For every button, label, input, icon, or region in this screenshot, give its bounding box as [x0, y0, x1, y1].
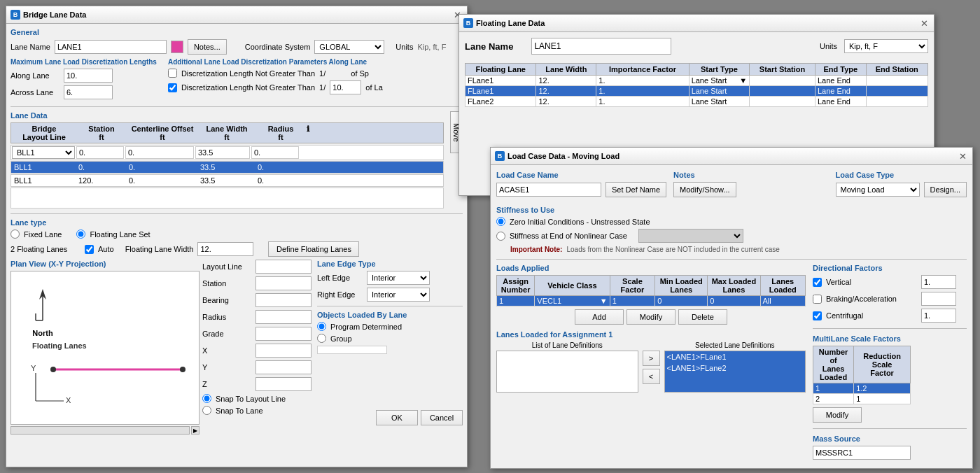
mass-source-input[interactable] [813, 446, 911, 460]
braking-checkbox[interactable] [813, 295, 822, 304]
group-radio[interactable] [317, 334, 326, 343]
bll-dropdown[interactable]: BLL1 [12, 146, 75, 159]
floating-lane-table: Floating Lane Lane Width Importance Fact… [465, 63, 928, 107]
along-lane-input[interactable] [64, 69, 113, 83]
centrifugal-checkbox[interactable] [813, 311, 822, 320]
lane-data-row-selected[interactable]: BLL1 0. 0. 33.5 0. [10, 161, 444, 174]
bridge-lane-titlebar[interactable]: B Bridge Lane Data ✕ [6, 6, 467, 24]
row0-offset[interactable] [125, 146, 194, 159]
floating-lane-titlebar[interactable]: B Floating Lane Data ✕ [459, 15, 934, 32]
transfer-button[interactable]: > [643, 351, 660, 366]
bearing-prop-input[interactable] [255, 293, 312, 307]
bl-ok-button[interactable]: OK [376, 410, 418, 425]
svg-text:Y: Y [31, 364, 36, 372]
fl-row-2[interactable]: FLane2 12. 1. Lane Start Lane End [465, 97, 928, 107]
left-edge-select[interactable]: Interior [367, 271, 430, 285]
prog-determined-radio[interactable] [317, 322, 326, 331]
fl-lane-name-input[interactable] [531, 38, 671, 55]
braking-value[interactable] [921, 292, 956, 306]
right-edge-select[interactable]: Interior [367, 288, 430, 302]
selected-lane-2: <LANE1>FLane2 [665, 362, 806, 374]
ml-row-0[interactable]: 1 1.2 [813, 383, 911, 394]
check1[interactable] [168, 69, 177, 78]
station-prop-input[interactable] [255, 276, 312, 290]
left-edge-label: Left Edge [317, 274, 363, 282]
set-def-name-button[interactable]: Set Def Name [606, 182, 666, 197]
th-scale-factor: Scale Factor [610, 276, 654, 296]
grade-prop-input[interactable] [255, 327, 312, 341]
bridge-lane-title: Bridge Lane Data [23, 10, 449, 19]
color-picker[interactable] [171, 41, 183, 53]
load-case-titlebar[interactable]: B Load Case Data - Moving Load ✕ [491, 148, 972, 165]
y-prop-label: Y [202, 363, 251, 372]
check2-input[interactable] [330, 80, 361, 94]
lane-name-input[interactable] [55, 40, 167, 54]
modify-show-button[interactable]: Modify/Show... [673, 182, 736, 197]
modify-load-button[interactable]: Modify [626, 309, 676, 325]
loads-applied-label: Loads Applied [496, 264, 806, 272]
check2[interactable] [168, 83, 177, 92]
notes-button[interactable]: Notes... [188, 39, 227, 55]
row0-station[interactable] [76, 146, 124, 159]
th-lane-width: Lane Width [536, 64, 596, 76]
selected-lane-1: <LANE1>FLane1 [665, 351, 806, 362]
fixed-lane-radio[interactable] [10, 230, 20, 239]
auto-checkbox[interactable] [85, 245, 94, 254]
col-centerline: Centerline Offsetft [127, 125, 197, 141]
loads-row-0[interactable]: 1 VECL1▼ 1 0 0 All [497, 296, 806, 306]
define-floating-button[interactable]: Define Floating Lanes [268, 241, 359, 257]
col-station: Stationft [77, 125, 126, 141]
floating-width-label: Floating Lane Width [125, 245, 194, 253]
stiffness-end-radio[interactable] [496, 232, 505, 241]
floating-lane-set-label: Floating Lane Set [90, 230, 150, 239]
design-button[interactable]: Design... [924, 182, 967, 197]
ml-modify-button[interactable]: Modify [813, 407, 862, 423]
th-lanes-loaded: LanesLoaded [760, 276, 805, 296]
floating-width-input[interactable] [197, 242, 253, 256]
row0-width[interactable] [195, 146, 250, 159]
snap-layout-radio[interactable] [202, 394, 211, 403]
fl-row-1[interactable]: FLane1 12. 1. Lane Start Lane End [465, 86, 928, 97]
zero-initial-radio[interactable] [496, 217, 505, 226]
list-lane-defs-area [496, 351, 638, 393]
load-case-title: Load Case Data - Moving Load [507, 152, 954, 160]
fl-units-select[interactable]: Kip, ft, F [844, 39, 928, 53]
radius-prop-input[interactable] [255, 310, 312, 324]
centrifugal-value[interactable] [921, 309, 956, 323]
delete-load-button[interactable]: Delete [678, 309, 727, 325]
lane-name-label: Lane Name [10, 43, 50, 51]
fl-row-0[interactable]: FLane1 12. 1. Lane Start ▼ Lane End [465, 76, 928, 86]
vertical-checkbox[interactable] [813, 278, 822, 287]
nonlinear-case-select[interactable] [638, 229, 743, 243]
important-note-prefix: Important Note: [510, 246, 562, 253]
ml-row-1[interactable]: 2 1 [813, 394, 911, 404]
check1-label: Discretization Length Not Greater Than [181, 69, 315, 78]
x-prop-input[interactable] [255, 344, 312, 358]
fl-units-label: Units [820, 42, 837, 50]
row0-radius[interactable] [251, 146, 299, 159]
floating-lane-close[interactable]: ✕ [918, 17, 930, 29]
floating-lane-radio[interactable] [76, 230, 85, 239]
lc-type-select[interactable]: Moving Load [836, 183, 920, 197]
lc-name-input[interactable] [496, 183, 601, 197]
bearing-prop-label: Bearing [202, 296, 251, 304]
scroll-right[interactable]: ▶ [191, 426, 200, 435]
snap-lane-radio[interactable] [202, 406, 211, 415]
bl-cancel-button[interactable]: Cancel [421, 410, 463, 425]
vertical-value[interactable] [921, 275, 956, 289]
braking-label: Braking/Acceleration [826, 295, 917, 303]
lane-data-row[interactable]: BLL1 120. 0. 33.5 0. [10, 174, 444, 187]
load-case-close[interactable]: ✕ [957, 150, 968, 162]
coord-system-select[interactable]: GLOBAL [314, 40, 384, 54]
check2-label: Discretization Length Not Greater Than [181, 83, 315, 92]
layout-line-prop-input[interactable] [255, 260, 312, 274]
loads-applied-table: AssignNumber Vehicle Class Scale Factor … [496, 275, 806, 306]
th-start-type: Start Type [689, 64, 750, 76]
add-load-button[interactable]: Add [575, 309, 624, 325]
stiffness-end-label: Stiffness at End of Nonlinear Case [510, 232, 627, 240]
z-prop-input[interactable] [255, 377, 312, 391]
remove-button[interactable]: < [643, 369, 660, 384]
y-prop-input[interactable] [255, 360, 312, 374]
grade-prop-label: Grade [202, 330, 251, 338]
across-lane-input[interactable] [64, 85, 113, 99]
